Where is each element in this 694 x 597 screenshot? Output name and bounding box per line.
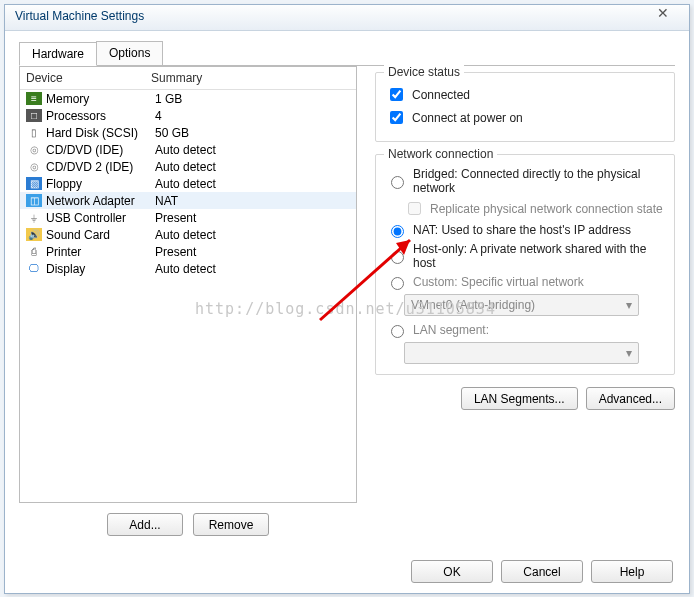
device-status-group: Device status Connected Connect at power… <box>375 72 675 142</box>
device-processors[interactable]: □Processors4 <box>20 107 356 124</box>
device-memory[interactable]: ≡Memory1 GB <box>20 90 356 107</box>
device-sound[interactable]: 🔊Sound CardAuto detect <box>20 226 356 243</box>
remove-button[interactable]: Remove <box>193 513 269 536</box>
vm-settings-dialog: Virtual Machine Settings ✕ Hardware Opti… <box>4 4 690 594</box>
device-cd1[interactable]: ◎CD/DVD (IDE)Auto detect <box>20 141 356 158</box>
lansegment-dropdown: ▾ <box>404 342 639 364</box>
dialog-footer: OK Cancel Help <box>411 560 673 583</box>
device-printer[interactable]: ⎙PrinterPresent <box>20 243 356 260</box>
connect-poweron-checkbox[interactable]: Connect at power on <box>386 108 664 127</box>
radio-bridged[interactable]: Bridged: Connected directly to the physi… <box>386 167 664 195</box>
help-button[interactable]: Help <box>591 560 673 583</box>
close-icon[interactable]: ✕ <box>645 5 681 23</box>
network-icon: ◫ <box>26 194 42 207</box>
tab-options[interactable]: Options <box>96 41 163 65</box>
tab-hardware[interactable]: Hardware <box>19 42 97 66</box>
device-floppy[interactable]: ▧FloppyAuto detect <box>20 175 356 192</box>
disc-icon: ◎ <box>26 143 42 156</box>
add-button[interactable]: Add... <box>107 513 183 536</box>
harddrive-icon: ▯ <box>26 126 42 139</box>
radio-custom[interactable]: Custom: Specific virtual network <box>386 274 664 290</box>
device-harddisk[interactable]: ▯Hard Disk (SCSI)50 GB <box>20 124 356 141</box>
connected-checkbox[interactable]: Connected <box>386 85 664 104</box>
col-device[interactable]: Device <box>26 71 151 85</box>
device-usb[interactable]: ⏚USB ControllerPresent <box>20 209 356 226</box>
device-display[interactable]: 🖵DisplayAuto detect <box>20 260 356 277</box>
memory-icon: ≡ <box>26 92 42 105</box>
network-connection-group: Network connection Bridged: Connected di… <box>375 154 675 375</box>
device-cd2[interactable]: ◎CD/DVD 2 (IDE)Auto detect <box>20 158 356 175</box>
window-title: Virtual Machine Settings <box>15 9 144 23</box>
title-bar: Virtual Machine Settings ✕ <box>5 5 689 31</box>
table-header: Device Summary <box>20 67 356 90</box>
watermark-text: http://blog.csdn.net/u31105834 <box>195 300 496 318</box>
tab-strip: Hardware Options <box>19 41 675 66</box>
printer-icon: ⎙ <box>26 245 42 258</box>
chevron-down-icon: ▾ <box>626 298 632 312</box>
lan-segments-button[interactable]: LAN Segments... <box>461 387 578 410</box>
radio-nat[interactable]: NAT: Used to share the host's IP address <box>386 222 664 238</box>
usb-icon: ⏚ <box>26 211 42 224</box>
network-connection-title: Network connection <box>384 147 497 161</box>
monitor-icon: 🖵 <box>26 262 42 275</box>
device-status-title: Device status <box>384 65 464 79</box>
device-network-adapter[interactable]: ◫Network AdapterNAT <box>20 192 356 209</box>
chevron-down-icon: ▾ <box>626 346 632 360</box>
replicate-checkbox: Replicate physical network connection st… <box>404 199 664 218</box>
speaker-icon: 🔊 <box>26 228 42 241</box>
cpu-icon: □ <box>26 109 42 122</box>
floppy-icon: ▧ <box>26 177 42 190</box>
disc-icon: ◎ <box>26 160 42 173</box>
radio-hostonly[interactable]: Host-only: A private network shared with… <box>386 242 664 270</box>
device-table: Device Summary ≡Memory1 GB □Processors4 … <box>19 66 357 503</box>
cancel-button[interactable]: Cancel <box>501 560 583 583</box>
col-summary[interactable]: Summary <box>151 71 350 85</box>
advanced-button[interactable]: Advanced... <box>586 387 675 410</box>
radio-lansegment[interactable]: LAN segment: <box>386 322 664 338</box>
ok-button[interactable]: OK <box>411 560 493 583</box>
